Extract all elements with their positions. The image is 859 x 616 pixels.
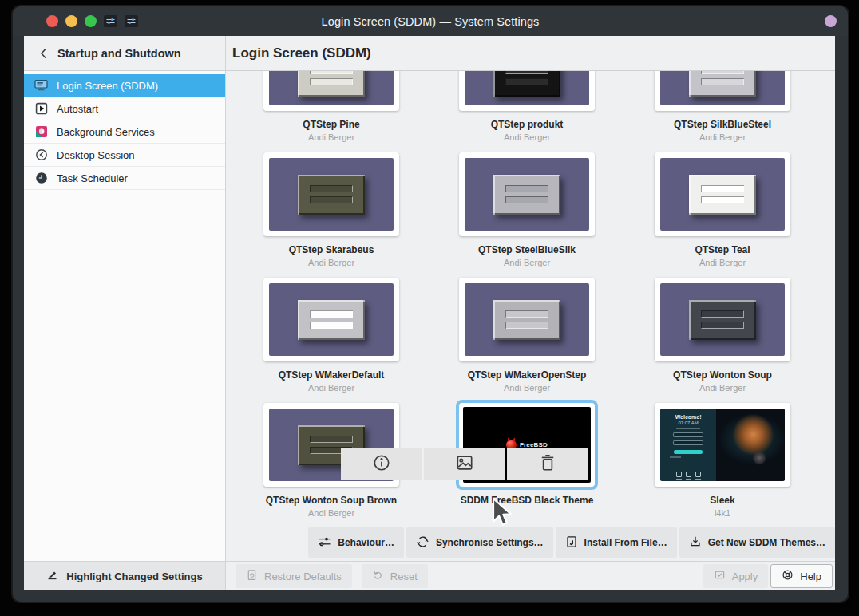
freebsd-logo-text: FreeBSD [520, 441, 548, 448]
clock-icon [34, 172, 48, 185]
theme-card-sleek[interactable]: Welcome!07:07 AM [655, 403, 790, 487]
theme-card-qtstep-wonton-soup[interactable] [655, 278, 790, 361]
behaviour-button[interactable]: Behaviour… [308, 527, 404, 558]
bottom-toolbar: Restore Defaults Reset Apply [226, 561, 835, 590]
sidebar-item-label: Desktop Session [57, 149, 135, 161]
theme-preview [269, 71, 394, 105]
info-button[interactable] [341, 448, 422, 480]
theme-name: QTStep produkt [491, 119, 564, 130]
sliders-icon [318, 535, 331, 551]
sleek-welcome-text: Welcome! [675, 414, 702, 420]
theme-preview [465, 71, 589, 105]
image-button[interactable] [424, 448, 505, 480]
download-icon [689, 535, 702, 551]
titlebar-indicator-dot [825, 15, 837, 27]
page-title: Login Screen (SDDM) [232, 45, 371, 61]
frame-dotted-line [24, 598, 837, 599]
install-from-file-button[interactable]: Install From File… [556, 527, 677, 558]
highlight-changed-settings-button[interactable]: Highlight Changed Settings [24, 561, 225, 590]
sync-icon [416, 535, 430, 551]
sidebar-item-login-screen-sddm-[interactable]: Login Screen (SDDM) [24, 74, 225, 97]
theme-preview [465, 158, 589, 231]
help-button[interactable]: Help [770, 564, 833, 588]
sidebar-item-task-scheduler[interactable]: Task Scheduler [24, 167, 225, 190]
theme-card-qtstep-teal[interactable] [655, 152, 790, 236]
qtstep-field-bar [505, 310, 548, 318]
theme-author: Andi Berger [308, 508, 354, 518]
theme-card-qtstep-skarabeus[interactable] [263, 152, 399, 236]
theme-card-qtstep-produkt[interactable] [459, 71, 595, 111]
theme-cell: QTStep TealAndi Berger [655, 152, 790, 270]
qtstep-dialog-box [298, 300, 365, 340]
theme-card-qtstep-wmakeropenstep[interactable] [459, 278, 595, 361]
theme-author: Andi Berger [504, 383, 550, 393]
apply-button[interactable]: Apply [703, 564, 769, 588]
qtstep-field-bar [701, 322, 744, 329]
theme-author: Andi Berger [699, 258, 746, 267]
theme-card-qtstep-silkbluesteel[interactable] [655, 71, 790, 111]
theme-cell: QTStep WMakerDefaultAndi Berger [263, 278, 399, 395]
sleek-login-button [674, 450, 703, 454]
theme-cell: QTStep Wonton SoupAndi Berger [655, 278, 790, 395]
sidebar-item-label: Login Screen (SDDM) [57, 80, 158, 92]
qtstep-dialog-box [689, 300, 756, 340]
window-title: Login Screen (SDDM) — System Settings [13, 15, 848, 28]
sidebar: Startup and Shutdown Login Screen (SDDM)… [24, 36, 226, 590]
theme-hover-actions [341, 448, 588, 480]
qtstep-field-bar [701, 185, 744, 192]
qtstep-dialog-box [298, 175, 365, 215]
sleek-session-icon [695, 472, 701, 477]
action-button-label: Install From File… [584, 537, 667, 548]
qtstep-field-bar [505, 71, 548, 74]
qtstep-field-bar [701, 78, 744, 85]
theme-card-qtstep-steelbluesilk[interactable] [459, 152, 595, 236]
apply-icon [714, 569, 726, 583]
theme-grid-scrollarea[interactable]: QTStep PineAndi BergerQTStep produktAndi… [226, 71, 835, 561]
theme-preview [660, 158, 785, 231]
qtstep-field-bar [505, 196, 548, 203]
action-button-label: Behaviour… [338, 537, 394, 548]
theme-preview: Welcome!07:07 AM [660, 409, 785, 481]
action-button-label: Synchronise Settings… [436, 537, 544, 548]
session-icon [34, 148, 48, 162]
action-button-label: Get New SDDM Themes… [708, 537, 825, 548]
theme-preview [465, 283, 589, 356]
theme-preview [660, 283, 785, 356]
sidebar-item-autostart[interactable]: Autostart [24, 97, 225, 120]
qtstep-field-bar [310, 196, 353, 203]
theme-name: QTStep SilkBlueSteel [674, 119, 771, 130]
synchronise-settings-button[interactable]: Synchronise Settings… [406, 527, 553, 558]
theme-cell: QTStep PineAndi Berger [263, 71, 399, 144]
qtstep-field-bar [310, 71, 353, 74]
monitor-icon [34, 79, 48, 93]
reset-button[interactable]: Reset [362, 564, 428, 588]
qtstep-field-bar [310, 436, 353, 443]
autostart-icon [34, 102, 48, 116]
theme-author: Andi Berger [504, 132, 550, 142]
get-new-sddm-themes-button[interactable]: Get New SDDM Themes… [679, 527, 835, 558]
apply-label: Apply [732, 571, 758, 582]
theme-card-qtstep-wmakerdefault[interactable] [263, 278, 399, 361]
qtstep-dialog-box [689, 71, 756, 97]
qtstep-field-bar [310, 185, 353, 192]
theme-name: QTStep Skarabeus [289, 244, 374, 255]
qtstep-field-bar [310, 310, 353, 318]
back-button[interactable]: Startup and Shutdown [24, 36, 225, 71]
qtstep-field-bar [505, 78, 548, 85]
titlebar: Login Screen (SDDM) — System Settings [13, 6, 848, 36]
trash-button[interactable] [507, 448, 588, 480]
theme-name: QTStep Pine [303, 119, 359, 130]
trash-icon [538, 453, 557, 476]
sidebar-item-desktop-session[interactable]: Desktop Session [24, 144, 225, 167]
restore-defaults-label: Restore Defaults [264, 571, 342, 582]
qtstep-field-bar [310, 322, 353, 329]
sidebar-item-background-services[interactable]: Background Services [24, 120, 225, 144]
theme-preview [269, 158, 394, 231]
theme-preview [269, 283, 394, 356]
theme-author: Andi Berger [308, 258, 354, 267]
theme-name: QTStep Wonton Soup Brown [266, 495, 397, 506]
theme-author: Andi Berger [308, 383, 354, 393]
theme-card-qtstep-pine[interactable] [263, 71, 399, 111]
install-icon [565, 535, 578, 551]
restore-defaults-button[interactable]: Restore Defaults [236, 564, 352, 588]
